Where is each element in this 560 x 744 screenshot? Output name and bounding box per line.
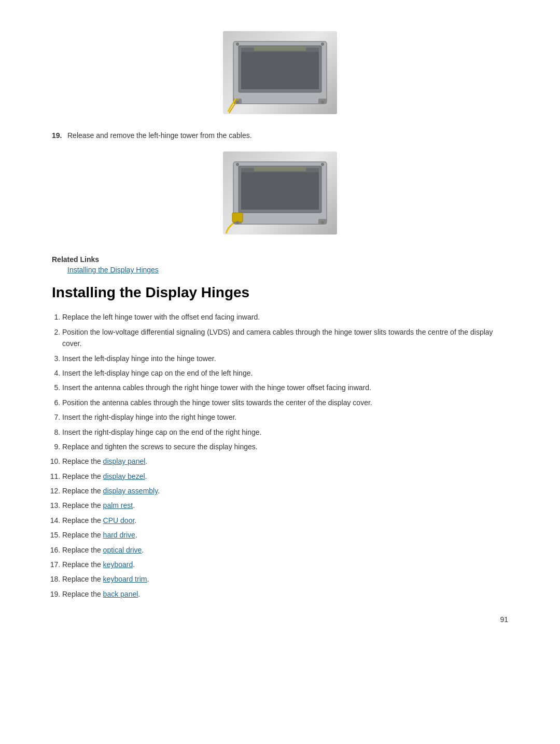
step-9-text: Replace and tighten the screws to secure… — [62, 443, 258, 451]
step-15-suffix: . — [135, 531, 137, 539]
svg-point-6 — [321, 43, 324, 46]
step-15-prefix: Replace the — [62, 531, 103, 539]
step-11-prefix: Replace the — [62, 472, 103, 480]
list-item: Replace the keyboard trim. — [62, 573, 508, 585]
svg-point-5 — [236, 43, 239, 46]
step-13-suffix: . — [133, 501, 135, 509]
svg-point-17 — [236, 163, 239, 166]
svg-rect-16 — [232, 213, 243, 222]
link-back-panel[interactable]: back panel — [103, 590, 138, 598]
step-12-suffix: . — [158, 487, 160, 495]
steps-list: Replace the left hinge tower with the of… — [62, 311, 508, 600]
list-item: Insert the right-display hinge into the … — [62, 411, 508, 423]
step-11-suffix: . — [145, 472, 147, 480]
top-image-container — [52, 31, 508, 114]
list-item: Replace the keyboard. — [62, 559, 508, 570]
svg-point-7 — [236, 101, 239, 104]
related-link-installing-hinges[interactable]: Installing the Display Hinges — [67, 266, 159, 274]
list-item: Replace the back panel. — [62, 588, 508, 600]
step-16-suffix: . — [142, 546, 144, 554]
step-7-text: Insert the right-display hinge into the … — [62, 413, 236, 421]
step-5-text: Insert the antenna cables through the ri… — [62, 383, 371, 392]
step-13-prefix: Replace the — [62, 501, 103, 509]
svg-rect-22 — [241, 168, 319, 172]
link-display-assembly[interactable]: display assembly — [103, 487, 158, 495]
step-6-text: Position the antenna cables through the … — [62, 398, 372, 407]
list-item: Insert the left-display hinge into the h… — [62, 353, 508, 364]
svg-rect-13 — [241, 168, 319, 210]
step-19-install-suffix: . — [138, 590, 140, 598]
step-10-prefix: Replace the — [62, 457, 103, 465]
link-palm-rest[interactable]: palm rest — [103, 501, 133, 509]
step-8-text: Insert the right-display hinge cap on th… — [62, 428, 261, 436]
link-cpu-door[interactable]: CPU door — [103, 516, 135, 525]
list-item: Position the low-voltage differential si… — [62, 326, 508, 350]
top-laptop-image — [223, 31, 337, 114]
svg-rect-2 — [241, 48, 319, 89]
link-optical-drive[interactable]: optical drive — [103, 546, 142, 554]
svg-point-8 — [321, 101, 324, 104]
link-keyboard-trim[interactable]: keyboard trim — [103, 575, 147, 583]
page-number: 91 — [500, 615, 508, 624]
list-item: Insert the left-display hinge cap on the… — [62, 367, 508, 379]
list-item: Replace the display bezel. — [62, 471, 508, 482]
svg-point-20 — [321, 221, 324, 224]
list-item: Replace the display assembly. — [62, 485, 508, 497]
list-item: Position the antenna cables through the … — [62, 397, 508, 408]
step-17-prefix: Replace the — [62, 560, 103, 569]
bottom-laptop-image — [223, 151, 337, 235]
svg-rect-10 — [241, 48, 319, 52]
step-14-suffix: . — [134, 516, 136, 525]
step-19-number: 19. — [52, 130, 67, 141]
related-links-title: Related Links — [52, 255, 508, 264]
link-display-panel[interactable]: display panel — [103, 457, 146, 465]
step-17-suffix: . — [133, 560, 135, 569]
step-18-prefix: Replace the — [62, 575, 103, 583]
bottom-image-container — [52, 151, 508, 235]
list-item: Replace the CPU door. — [62, 515, 508, 526]
related-links-section: Related Links Installing the Display Hin… — [52, 255, 508, 274]
link-display-bezel[interactable]: display bezel — [103, 472, 145, 480]
list-item: Replace and tighten the screws to secure… — [62, 441, 508, 452]
svg-point-18 — [321, 163, 324, 166]
step-16-prefix: Replace the — [62, 546, 103, 554]
step-12-prefix: Replace the — [62, 487, 103, 495]
svg-point-19 — [236, 221, 239, 224]
list-item: Replace the palm rest. — [62, 500, 508, 511]
step-1-text: Replace the left hinge tower with the of… — [62, 313, 260, 321]
step-2-text: Position the low-voltage differential si… — [62, 328, 493, 348]
step-14-prefix: Replace the — [62, 516, 103, 525]
list-item: Replace the display panel. — [62, 456, 508, 467]
page-container: 19. Release and remove the left-hinge to… — [0, 0, 560, 644]
step-19-text: Release and remove the left-hinge tower … — [67, 130, 508, 141]
list-item: Replace the optical drive. — [62, 544, 508, 556]
step-4-text: Insert the left-display hinge cap on the… — [62, 369, 253, 377]
link-hard-drive[interactable]: hard drive — [103, 531, 135, 539]
list-item: Insert the antenna cables through the ri… — [62, 382, 508, 393]
list-item: Replace the hard drive. — [62, 529, 508, 541]
link-keyboard[interactable]: keyboard — [103, 560, 133, 569]
step-19-prefix: Replace the — [62, 590, 103, 598]
step-10-suffix: . — [145, 457, 147, 465]
section-heading: Installing the Display Hinges — [52, 284, 508, 301]
step-18-suffix: . — [147, 575, 149, 583]
step-3-text: Insert the left-display hinge into the h… — [62, 354, 216, 363]
list-item: Insert the right-display hinge cap on th… — [62, 426, 508, 438]
list-item: Replace the left hinge tower with the of… — [62, 311, 508, 323]
step-19-section: 19. Release and remove the left-hinge to… — [52, 130, 508, 141]
